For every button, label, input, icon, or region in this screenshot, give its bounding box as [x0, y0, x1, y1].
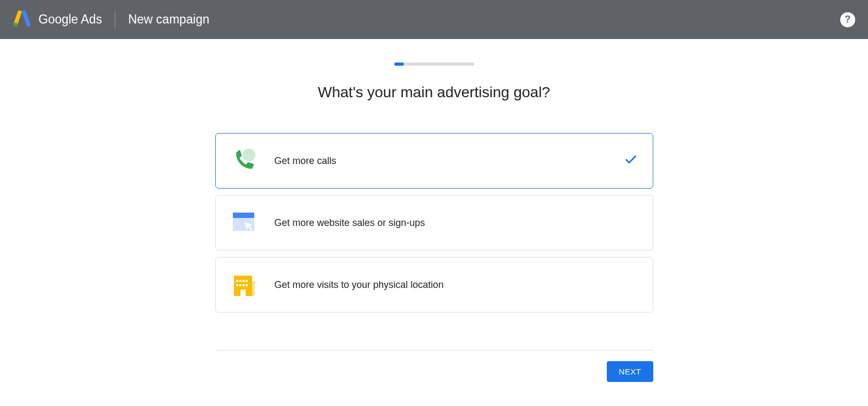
goal-option-label: Get more calls [275, 155, 607, 167]
svg-point-1 [243, 149, 255, 161]
storefront-icon [231, 271, 257, 298]
goal-option-label: Get more website sales or sign-ups [275, 217, 638, 229]
help-icon: ? [845, 14, 851, 25]
next-button[interactable]: Next [607, 361, 653, 382]
svg-rect-7 [239, 280, 241, 282]
svg-rect-14 [240, 290, 246, 296]
svg-rect-6 [236, 280, 238, 282]
progress-bar [394, 63, 474, 66]
svg-rect-8 [243, 280, 245, 282]
help-button[interactable]: ? [840, 12, 855, 27]
progress-fill [394, 63, 404, 66]
brand[interactable]: Google Ads [13, 11, 102, 29]
svg-rect-12 [243, 284, 245, 286]
website-click-icon [231, 209, 257, 236]
phone-call-icon [231, 147, 257, 174]
check-icon [624, 153, 638, 169]
svg-point-0 [13, 22, 18, 27]
google-ads-logo-icon [13, 11, 31, 29]
svg-rect-13 [246, 284, 248, 286]
svg-rect-9 [246, 280, 248, 282]
goal-option-label: Get more visits to your physical locatio… [275, 279, 638, 291]
question-heading: What's your main advertising goal? [215, 84, 653, 101]
goal-option-website[interactable]: Get more website sales or sign-ups [215, 195, 653, 251]
page-title: New campaign [128, 12, 209, 27]
svg-rect-10 [236, 284, 238, 286]
goal-option-calls[interactable]: Get more calls [215, 133, 653, 189]
header-divider [115, 11, 115, 28]
main-content: What's your main advertising goal? Get m… [215, 63, 653, 406]
app-header: Google Ads New campaign ? [0, 0, 868, 39]
svg-rect-2 [233, 213, 254, 218]
goal-option-visits[interactable]: Get more visits to your physical locatio… [215, 257, 653, 313]
footer-actions: Next [215, 350, 653, 382]
brand-text: Google Ads [38, 12, 102, 27]
svg-rect-11 [239, 284, 241, 286]
